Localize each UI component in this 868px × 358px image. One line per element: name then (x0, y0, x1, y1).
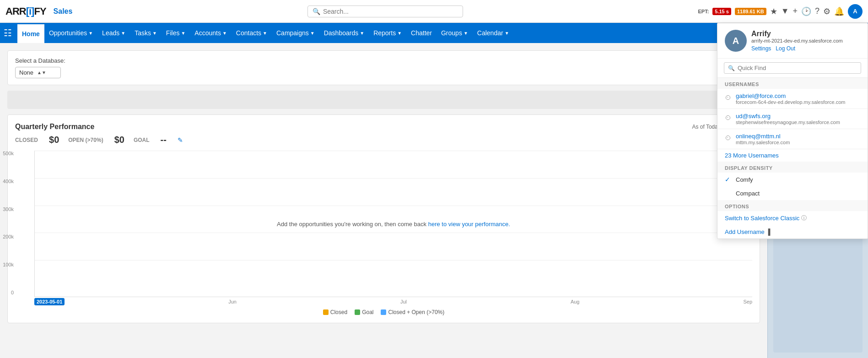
nav-label-home: Home (22, 30, 40, 38)
settings-link[interactable]: Settings (751, 45, 771, 52)
quick-find-section: 🔍 (717, 59, 868, 78)
search-icon: 🔍 (313, 8, 320, 15)
nav-item-campaigns[interactable]: Campaigns ▼ (272, 23, 319, 43)
top-bar-left: ARR[i]FY Sales (5, 5, 72, 17)
chart-legend: Closed Goal Closed + Open (>70%) (15, 309, 752, 315)
logout-link[interactable]: Log Out (776, 45, 795, 52)
chevron-leads-icon: ▼ (121, 31, 125, 36)
open-value: $0 (114, 135, 124, 145)
more-usernames-link[interactable]: 23 More Usernames (717, 149, 868, 162)
add-username-option[interactable]: Add Username ▌ (717, 225, 868, 239)
nav-item-contacts[interactable]: Contacts ▼ (232, 23, 272, 43)
chevron-dropdown-icon[interactable]: ▼ (781, 6, 789, 16)
clock-icon-3: ⏲ (725, 134, 731, 141)
user-avatar-large: A (725, 30, 747, 52)
search-box[interactable]: 🔍 (307, 5, 463, 17)
perf-header: Quarterly Performance As of Today 9:25 P… (15, 122, 752, 131)
cursor-indicator: ▌ (768, 228, 772, 235)
nav-label-calendar: Calendar (477, 29, 503, 37)
kb-value: 1189.61 KB (735, 8, 766, 15)
density-compact[interactable]: ✓ Compact (717, 186, 868, 200)
chevron-accounts-icon: ▼ (222, 31, 227, 36)
nav-item-reports[interactable]: Reports ▼ (369, 23, 406, 43)
density-comfy[interactable]: ✓ Comfy (717, 173, 868, 186)
nav-item-groups[interactable]: Groups ▼ (437, 23, 473, 43)
username-item-gabriel[interactable]: ⏲ gabriel@force.com forcecom-6c4-dev-ed.… (717, 89, 868, 109)
x-label-aug: Aug (571, 299, 580, 304)
nav-item-tasks[interactable]: Tasks ▼ (130, 23, 162, 43)
username-info-3: onlineq@mttm.nl mttm.my.salesforce.com (736, 133, 790, 145)
nav-label-tasks: Tasks (135, 29, 151, 37)
quick-find-box[interactable]: 🔍 (724, 62, 861, 74)
chevron-campaigns-icon: ▼ (310, 31, 315, 36)
add-icon[interactable]: + (793, 6, 798, 16)
legend-goal-label: Goal (362, 309, 373, 315)
switch-classic-option[interactable]: Switch to Salesforce Classic ⓘ (717, 211, 868, 225)
chart-message-link[interactable]: here to view your performance. (428, 220, 510, 227)
density-comfy-check: ✓ (725, 176, 732, 183)
perf-stats: CLOSED $0 OPEN (>70%) $0 GOAL -- ✎ (15, 135, 752, 145)
info-icon: ⓘ (801, 214, 807, 222)
username-item-ud[interactable]: ⏲ ud@swfs.org stephenwisefreesynagogue.m… (717, 109, 868, 129)
grid-line-60 (35, 233, 752, 233)
closed-label: CLOSED (15, 137, 38, 143)
legend-goal-dot (355, 309, 360, 315)
username-org-1: forcecom-6c4-dev-ed.develop.my.salesforc… (736, 99, 845, 105)
y-label-200k: 200k (0, 234, 14, 239)
db-arrows-icon: ▲▼ (37, 70, 46, 75)
chevron-contacts-icon: ▼ (263, 31, 267, 36)
legend-closed-open: Closed + Open (>70%) (381, 309, 444, 315)
nav-item-files[interactable]: Files ▼ (162, 23, 190, 43)
help-icon[interactable]: ? (815, 6, 819, 16)
nav-label-accounts: Accounts (194, 29, 221, 37)
nav-item-home[interactable]: Home (17, 23, 44, 43)
nav-item-dashboards[interactable]: Dashboards ▼ (319, 23, 369, 43)
y-label-0: 0 (0, 290, 14, 295)
goal-value: -- (161, 135, 167, 145)
legend-closed: Closed (323, 309, 347, 315)
user-info-main: Arrify arrify-mt-2021-dev-ed.my.salesfor… (751, 30, 843, 52)
nav-item-leads[interactable]: Leads ▼ (97, 23, 130, 43)
db-value: None (19, 69, 33, 76)
quick-find-icon: 🔍 (728, 65, 735, 71)
settings-icon[interactable]: ⚙ (823, 6, 830, 16)
grid-line-20 (35, 178, 752, 179)
nav-label-contacts: Contacts (236, 29, 261, 37)
top-bar-right: EPT: 5.15 s 1189.61 KB ★ ▼ + 🕑 ? ⚙ 🔔 A (698, 4, 863, 19)
user-avatar[interactable]: A (848, 4, 863, 19)
gray-bar (7, 91, 760, 109)
nav-item-accounts[interactable]: Accounts ▼ (190, 23, 232, 43)
y-label-300k: 300k (0, 206, 14, 212)
recent-icon[interactable]: 🕑 (801, 6, 811, 16)
nav-label-files: Files (166, 29, 180, 37)
chart-container: 500k 400k 300k 200k 100k 0 (15, 151, 752, 304)
db-dropdown[interactable]: None ▲▼ (15, 67, 61, 78)
search-input[interactable] (323, 8, 458, 15)
y-label-100k: 100k (0, 262, 14, 267)
nav-item-calendar[interactable]: Calendar ▼ (473, 23, 514, 43)
perf-title: Quarterly Performance (15, 123, 94, 131)
app-name: Sales (54, 7, 73, 16)
username-info-1: gabriel@force.com forcecom-6c4-dev-ed.de… (736, 92, 845, 105)
quick-find-input[interactable] (738, 65, 857, 71)
username-item-onlineq[interactable]: ⏲ onlineq@mttm.nl mttm.my.salesforce.com (717, 129, 868, 149)
goal-label: GOAL (134, 137, 150, 143)
nav-item-chatter[interactable]: Chatter (406, 23, 437, 43)
y-label-500k: 500k (0, 151, 14, 156)
nav-item-opportunities[interactable]: Opportunities ▼ (44, 23, 97, 43)
chevron-files-icon: ▼ (181, 31, 185, 36)
grid-icon[interactable]: ☷ (4, 27, 12, 38)
closed-value: $0 (49, 135, 59, 145)
app-logo: ARR[i]FY (5, 5, 46, 17)
nav-label-leads: Leads (102, 29, 119, 37)
bell-icon[interactable]: 🔔 (834, 6, 844, 16)
chart-x-labels: 2023-05-01 Jun Jul Aug Sep (34, 297, 752, 304)
density-compact-label: Compact (736, 190, 760, 197)
legend-goal: Goal (355, 309, 373, 315)
density-comfy-label: Comfy (736, 176, 753, 183)
x-label-sep: Sep (743, 299, 752, 304)
section-usernames-header: USERNAMES (717, 78, 868, 89)
legend-open-dot (381, 309, 386, 315)
goal-edit-icon[interactable]: ✎ (178, 136, 183, 144)
section-options-header: OPTIONS (717, 200, 868, 211)
